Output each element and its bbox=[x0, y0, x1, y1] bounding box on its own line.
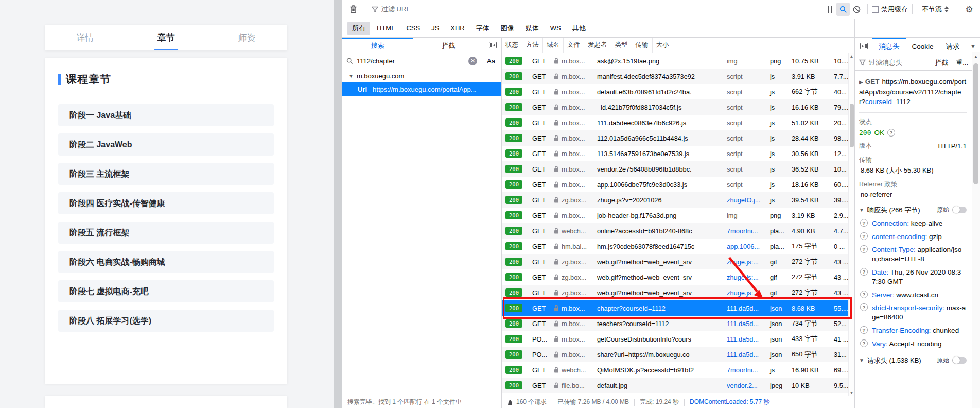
response-headers-section[interactable]: ▼ 响应头 (266 字节) 原始 bbox=[859, 206, 967, 215]
request-type-tab[interactable]: CSS bbox=[401, 22, 425, 34]
scrollbar-thumb[interactable] bbox=[973, 63, 978, 184]
raw-toggle[interactable] bbox=[952, 207, 967, 213]
help-icon[interactable]: ? bbox=[860, 303, 868, 311]
network-request-row[interactable]: 200 GET hm.bai... hm.js?0cdeb63078f8eed1… bbox=[502, 239, 854, 254]
column-header[interactable]: 发起者 bbox=[584, 38, 611, 53]
network-request-row[interactable]: 200 GET m.box... 111.da5deec0863e7fb6c92… bbox=[502, 115, 854, 130]
help-icon[interactable]: ? bbox=[887, 129, 895, 137]
help-icon[interactable]: ? bbox=[860, 219, 868, 227]
gear-icon[interactable]: ⚙ bbox=[962, 3, 976, 16]
request-type-tab[interactable]: 媒体 bbox=[521, 22, 544, 35]
collapse-panel-icon[interactable] bbox=[484, 38, 501, 53]
search-result-item[interactable]: Url https://m.boxuegu.com/portalApp... bbox=[342, 82, 501, 96]
network-request-row[interactable]: 200 GET m.box... chapter?courseId=1112 1 bbox=[502, 300, 854, 316]
network-request-row[interactable]: 200 PO... m.box... getCourseDistribution… bbox=[502, 331, 854, 347]
network-request-row[interactable]: 200 GET zg.box... zhuge.js?v=20201026 zh bbox=[502, 192, 854, 208]
network-request-row[interactable]: 200 GET zg.box... web.gif?method=web_eve… bbox=[502, 285, 854, 300]
block-button[interactable]: 拦截 bbox=[935, 58, 948, 67]
request-type-tab[interactable]: XHR bbox=[446, 22, 469, 34]
chapter-item[interactable]: 阶段五 流行框架 bbox=[58, 222, 274, 244]
column-header[interactable]: 状态 bbox=[502, 38, 522, 53]
clear-requests-icon[interactable] bbox=[346, 3, 360, 16]
details-tab[interactable]: 消息头 bbox=[872, 38, 906, 55]
method-cell: PO... bbox=[529, 335, 550, 343]
chapter-item[interactable]: 阶段一 Java基础 bbox=[58, 104, 274, 126]
column-header[interactable]: 文件 bbox=[564, 38, 584, 53]
column-header[interactable]: 大小 bbox=[653, 38, 673, 53]
request-type-tab[interactable]: 字体 bbox=[471, 22, 494, 35]
clear-search-icon[interactable]: ✕ bbox=[468, 57, 477, 65]
chapter-item[interactable]: 阶段三 主流框架 bbox=[58, 163, 274, 185]
network-request-row[interactable]: 200 GET m.box... 113.5146a7591673be0e753… bbox=[502, 146, 854, 161]
column-header[interactable]: 传输 bbox=[632, 38, 653, 53]
network-request-row[interactable]: 200 GET m.box... job-header-bg.f176a3d.p… bbox=[502, 208, 854, 223]
request-headers-section[interactable]: ▼ 请求头 (1.538 KB) 原始 bbox=[859, 356, 967, 365]
request-type-tab[interactable]: HTML bbox=[372, 22, 399, 34]
scroll-up-icon[interactable]: ▲ bbox=[972, 54, 980, 59]
network-request-row[interactable]: 200 GET m.box... app.10066dbe75fc9e3d0c3… bbox=[502, 177, 854, 192]
pause-icon[interactable] bbox=[823, 3, 836, 16]
details-tab[interactable]: 请求 bbox=[940, 38, 966, 55]
request-type-tab[interactable]: 所有 bbox=[347, 22, 370, 35]
network-request-row[interactable]: 200 GET file.bo... default.jpg vendor.2. bbox=[502, 378, 854, 393]
table-scrollbar[interactable]: ▲ ▼ bbox=[848, 53, 854, 408]
disable-cache-checkbox[interactable]: 禁用缓存 bbox=[872, 5, 908, 14]
devtools-splitter[interactable] bbox=[334, 0, 342, 408]
network-request-row[interactable]: 200 GET webch... online?accessId=b91bf24… bbox=[502, 223, 854, 239]
course-tab[interactable]: 章节 bbox=[126, 25, 206, 50]
column-header[interactable]: 类型 bbox=[611, 38, 632, 53]
request-type-tab[interactable]: 图像 bbox=[496, 22, 519, 35]
details-tab[interactable]: Cookie bbox=[906, 38, 940, 55]
block-icon[interactable] bbox=[850, 3, 863, 16]
course-tab[interactable]: 师资 bbox=[206, 25, 287, 50]
request-type-tab[interactable]: 其他 bbox=[568, 22, 590, 35]
request-url-block[interactable]: ▶GEThttps://m.boxuegu.com/portalApp/bxg/… bbox=[859, 76, 967, 113]
course-tab[interactable]: 详情 bbox=[45, 25, 126, 50]
help-icon[interactable]: ? bbox=[860, 326, 868, 334]
request-type-tab[interactable]: WS bbox=[546, 22, 566, 34]
details-scrollbar[interactable]: ▲ bbox=[972, 52, 980, 408]
search-input[interactable]: 1112/chapter bbox=[357, 57, 465, 65]
help-icon[interactable]: ? bbox=[860, 339, 868, 347]
resend-button[interactable]: 重... bbox=[956, 58, 968, 67]
more-tabs-icon[interactable]: ▼ bbox=[966, 43, 980, 49]
search-icon[interactable] bbox=[836, 3, 850, 16]
filter-headers-input[interactable]: 过滤消息头 bbox=[869, 58, 902, 67]
chapter-item[interactable]: 阶段六 电商实战-畅购商城 bbox=[58, 251, 274, 273]
help-icon[interactable]: ? bbox=[860, 245, 868, 253]
chapter-item[interactable]: 阶段四 医疗实战-传智健康 bbox=[58, 192, 274, 214]
scroll-down-icon[interactable]: ▼ bbox=[849, 390, 854, 395]
help-icon[interactable]: ? bbox=[860, 232, 868, 240]
chapter-item[interactable]: 阶段二 JavaWeb bbox=[58, 133, 274, 156]
network-request-row[interactable]: 200 GET m.box... vendor.2e756408b896fb1d… bbox=[502, 161, 854, 177]
search-pane-tab[interactable]: 搜索 bbox=[342, 38, 413, 53]
chapter-item[interactable]: 阶段八 拓展学习(选学) bbox=[58, 310, 274, 332]
column-header[interactable]: 方法 bbox=[522, 38, 543, 53]
sidebar-toggle-icon[interactable] bbox=[855, 43, 872, 49]
scrollbar-thumb[interactable] bbox=[850, 104, 854, 147]
network-request-row[interactable]: 200 GET webch... QiMoIMSDK.js?accessId=b… bbox=[502, 362, 854, 378]
network-request-row[interactable]: 200 GET zg.box... web.gif?method=web_eve… bbox=[502, 254, 854, 269]
column-header[interactable]: 域名 bbox=[543, 38, 564, 53]
chapter-item[interactable]: 阶段七 虚拟电商-充吧 bbox=[58, 280, 274, 302]
filter-url-input[interactable]: 过滤 URL bbox=[366, 5, 823, 14]
network-request-row[interactable]: 200 GET m.box... teachers?courseId=1112 bbox=[502, 316, 854, 331]
help-icon[interactable]: ? bbox=[860, 291, 868, 298]
match-case-button[interactable]: Aa bbox=[485, 57, 497, 65]
request-type-tab[interactable]: JS bbox=[427, 22, 444, 34]
initiator-cell: vendor.2... bbox=[723, 382, 766, 389]
network-request-row[interactable]: 200 GET m.box... _id.421b75f0fd8817034c5… bbox=[502, 99, 854, 115]
search-pane-tab[interactable]: 拦截 bbox=[413, 38, 484, 53]
raw-toggle[interactable] bbox=[952, 357, 967, 364]
throttle-select[interactable]: 不节流 bbox=[917, 5, 954, 14]
network-request-row[interactable]: 200 GET m.box... manifest.4dec5def8374a3… bbox=[502, 69, 854, 84]
help-icon[interactable]: ? bbox=[860, 268, 868, 276]
network-request-row[interactable]: 200 GET m.box... ask@2x.1519fae.png img bbox=[502, 53, 854, 69]
scroll-up-icon[interactable]: ▲ bbox=[849, 54, 854, 59]
network-request-row[interactable]: 200 GET zg.box... web.gif?method=web_eve… bbox=[502, 269, 854, 285]
network-request-row[interactable]: 200 PO... m.box... share?url=https://m.b… bbox=[502, 347, 854, 362]
search-result-group[interactable]: ▼ m.boxuegu.com bbox=[342, 69, 501, 82]
network-request-row[interactable]: 200 GET m.box... 112.01a5d6a966c5c11b448… bbox=[502, 130, 854, 146]
domcontentloaded-time[interactable]: DOMContentLoaded: 5.77 秒 bbox=[685, 398, 775, 406]
network-request-row[interactable]: 200 GET m.box... default.e63b708961fd1d2… bbox=[502, 84, 854, 99]
